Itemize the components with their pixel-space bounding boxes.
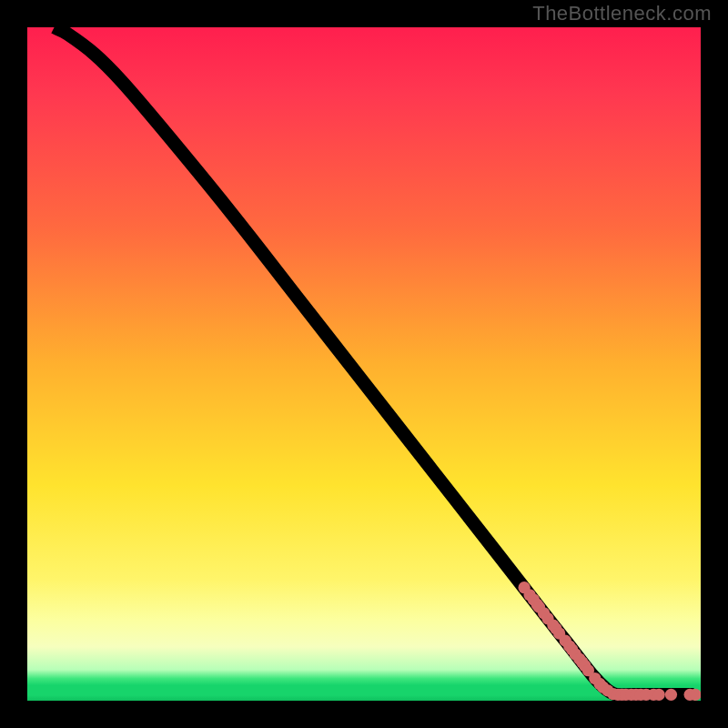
data-point xyxy=(665,689,677,701)
chart-frame: TheBottleneck.com xyxy=(0,0,728,728)
data-points xyxy=(518,581,701,701)
plot-area xyxy=(27,27,701,701)
chart-svg xyxy=(27,27,701,701)
data-point xyxy=(652,689,664,701)
watermark-text: TheBottleneck.com xyxy=(532,2,712,25)
bottleneck-curve xyxy=(55,27,694,695)
